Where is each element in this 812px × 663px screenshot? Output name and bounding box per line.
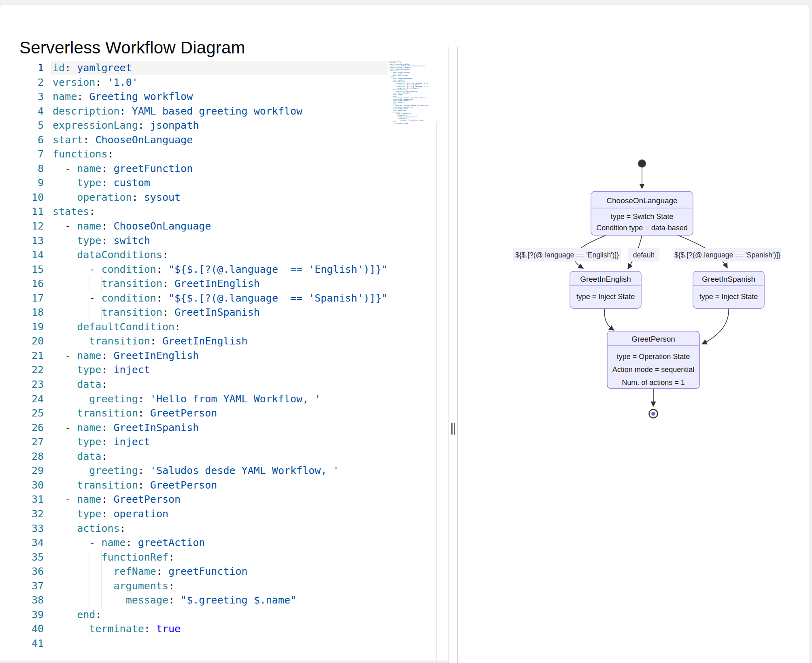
code-line[interactable]: - name: GreetPerson bbox=[51, 492, 388, 507]
code-line[interactable]: type: operation bbox=[51, 507, 388, 521]
line-number: 2 bbox=[24, 75, 44, 90]
line-number: 16 bbox=[24, 276, 44, 291]
line-number: 25 bbox=[24, 406, 44, 421]
minimap[interactable]: id: yamlgreetversion: '1.0'name: Greetin… bbox=[389, 61, 428, 182]
line-number: 23 bbox=[24, 377, 44, 392]
code-line[interactable]: functions: bbox=[51, 147, 388, 162]
line-number: 36 bbox=[24, 564, 44, 579]
line-number: 33 bbox=[24, 521, 44, 536]
code-line[interactable]: - name: ChooseOnLanguage bbox=[51, 219, 388, 234]
line-number: 26 bbox=[24, 421, 44, 435]
page-title: Serverless Workflow Diagram bbox=[19, 38, 245, 57]
code-line[interactable]: name: Greeting workflow bbox=[51, 89, 388, 104]
line-number: 32 bbox=[24, 507, 44, 521]
line-number: 15 bbox=[24, 262, 44, 277]
code-line[interactable]: type: inject bbox=[51, 363, 388, 377]
code-line[interactable]: id: yamlgreet bbox=[51, 61, 388, 75]
line-number: 14 bbox=[24, 248, 44, 262]
line-number: 37 bbox=[24, 579, 44, 593]
line-number: 34 bbox=[24, 536, 44, 550]
line-number: 41 bbox=[24, 636, 44, 651]
code-line[interactable]: actions: bbox=[51, 521, 388, 536]
code-line[interactable]: type: switch bbox=[51, 234, 388, 248]
line-number: 7 bbox=[24, 147, 44, 162]
line-number: 22 bbox=[24, 363, 44, 377]
code-line[interactable]: - name: greetAction bbox=[51, 536, 388, 550]
code-line[interactable]: expressionLang: jsonpath bbox=[51, 118, 388, 133]
code-line[interactable]: transition: GreetInSpanish bbox=[51, 305, 388, 320]
code-line[interactable] bbox=[51, 636, 388, 651]
code-line[interactable]: transition: GreetPerson bbox=[51, 478, 388, 493]
code-line[interactable]: message: "$.greeting $.name" bbox=[51, 593, 388, 608]
line-number: 35 bbox=[24, 550, 44, 565]
line-number: 38 bbox=[24, 593, 44, 608]
code-line[interactable]: - name: GreetInEnglish bbox=[51, 348, 388, 363]
code-line[interactable]: terminate: true bbox=[51, 622, 388, 636]
line-number: 24 bbox=[24, 392, 44, 406]
line-number: 30 bbox=[24, 478, 44, 493]
code-line[interactable]: - condition: "${$.[?(@.language == 'Span… bbox=[51, 291, 388, 306]
line-number: 4 bbox=[24, 104, 44, 119]
line-number: 39 bbox=[24, 608, 44, 622]
line-number: 9 bbox=[24, 176, 44, 190]
code-line[interactable]: transition: GreetPerson bbox=[51, 406, 388, 421]
resizer-grip-icon bbox=[451, 423, 455, 435]
code-line[interactable]: end: bbox=[51, 608, 388, 622]
code-viewport[interactable]: id: yamlgreetversion: '1.0'name: Greetin… bbox=[51, 61, 388, 650]
code-line[interactable]: transition: GreetInEnglish bbox=[51, 276, 388, 291]
line-number: 12 bbox=[24, 219, 44, 234]
pane-resizer[interactable] bbox=[449, 47, 458, 663]
code-line[interactable]: data: bbox=[51, 449, 388, 464]
line-number: 40 bbox=[24, 622, 44, 636]
code-line[interactable]: functionRef: bbox=[51, 550, 388, 565]
line-number: 17 bbox=[24, 291, 44, 306]
line-number: 18 bbox=[24, 305, 44, 320]
code-line[interactable]: type: inject bbox=[51, 435, 388, 449]
code-line[interactable]: type: custom bbox=[51, 176, 388, 190]
line-number: 28 bbox=[24, 449, 44, 464]
code-line[interactable]: greeting: 'Hello from YAML Workflow, ' bbox=[51, 392, 388, 406]
code-line[interactable]: defaultCondition: bbox=[51, 320, 388, 334]
code-line[interactable]: data: bbox=[51, 377, 388, 392]
line-number: 27 bbox=[24, 435, 44, 449]
code-line[interactable]: greeting: 'Saludos desde YAML Workflow, … bbox=[51, 463, 388, 478]
minimap-line bbox=[389, 125, 428, 126]
line-number: 19 bbox=[24, 320, 44, 334]
code-line[interactable]: refName: greetFunction bbox=[51, 564, 388, 579]
code-line[interactable]: operation: sysout bbox=[51, 190, 388, 205]
line-numbers: 1234567891011121314151617181920212223242… bbox=[24, 61, 44, 650]
line-number: 31 bbox=[24, 492, 44, 507]
line-number: 3 bbox=[24, 89, 44, 104]
line-number: 5 bbox=[24, 118, 44, 133]
line-number: 1 bbox=[24, 61, 44, 75]
line-number: 6 bbox=[24, 133, 44, 147]
line-number: 20 bbox=[24, 334, 44, 348]
code-line[interactable]: start: ChooseOnLanguage bbox=[51, 133, 388, 147]
code-line[interactable]: - condition: "${$.[?(@.language == 'Engl… bbox=[51, 262, 388, 277]
editor-right-border bbox=[436, 121, 437, 661]
horizontal-scrollbar[interactable] bbox=[0, 661, 449, 663]
code-line[interactable]: transition: GreetInEnglish bbox=[51, 334, 388, 348]
yaml-code-editor[interactable]: 1234567891011121314151617181920212223242… bbox=[0, 61, 449, 663]
code-line[interactable]: dataConditions: bbox=[51, 248, 388, 262]
line-number: 29 bbox=[24, 463, 44, 478]
code-line[interactable]: - name: greetFunction bbox=[51, 162, 388, 176]
code-line[interactable]: arguments: bbox=[51, 579, 388, 593]
code-line[interactable]: - name: GreetInSpanish bbox=[51, 421, 388, 435]
code-line[interactable]: states: bbox=[51, 204, 388, 219]
code-line[interactable]: version: '1.0' bbox=[51, 75, 388, 90]
line-number: 21 bbox=[24, 348, 44, 363]
line-number: 8 bbox=[24, 162, 44, 176]
line-number: 10 bbox=[24, 190, 44, 205]
code-line[interactable]: description: YAML based greeting workflo… bbox=[51, 104, 388, 119]
line-number: 13 bbox=[24, 234, 44, 248]
line-number: 11 bbox=[24, 204, 44, 219]
